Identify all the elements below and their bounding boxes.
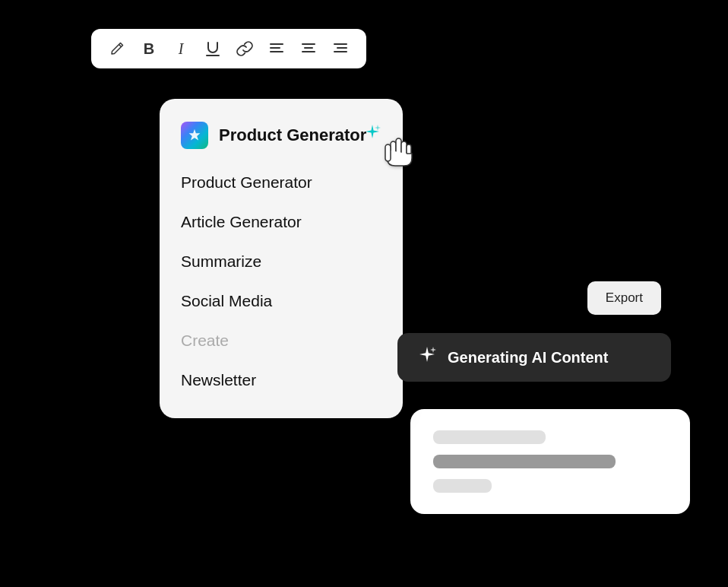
menu-item-create[interactable]: Create <box>160 321 403 360</box>
italic-icon[interactable]: I <box>172 40 190 58</box>
menu-header: Product Generator <box>160 117 403 163</box>
menu-item-article-generator[interactable]: Article Generator <box>160 202 403 242</box>
align-right-icon[interactable] <box>331 40 350 58</box>
menu-dropdown: Product Generator Product Generator Arti… <box>160 99 403 418</box>
sparkle-icon <box>363 123 381 146</box>
bold-icon[interactable]: B <box>140 40 158 58</box>
pencil-icon[interactable] <box>108 40 126 58</box>
menu-item-social-media[interactable]: Social Media <box>160 281 403 321</box>
align-left-icon[interactable] <box>267 40 286 58</box>
loading-card <box>410 409 690 514</box>
export-button[interactable]: Export <box>587 281 661 315</box>
menu-item-summarize[interactable]: Summarize <box>160 242 403 281</box>
skeleton-bar-3 <box>433 479 492 493</box>
link-icon[interactable] <box>236 40 254 58</box>
ai-toast-text: Generating AI Content <box>448 349 608 366</box>
menu-item-product-generator[interactable]: Product Generator <box>160 163 403 202</box>
scene: B I <box>0 0 728 587</box>
svg-rect-13 <box>407 144 411 158</box>
skeleton-bar-2 <box>433 455 616 468</box>
menu-logo <box>181 122 208 149</box>
underline-icon[interactable] <box>204 40 222 58</box>
align-center-icon[interactable] <box>299 40 318 58</box>
toolbar: B I <box>91 29 366 68</box>
ai-sparkle-icon <box>417 345 437 370</box>
menu-item-newsletter[interactable]: Newsletter <box>160 360 403 400</box>
menu-title: Product Generator <box>219 125 366 145</box>
ai-toast: Generating AI Content <box>397 333 671 382</box>
skeleton-bar-1 <box>433 430 546 444</box>
